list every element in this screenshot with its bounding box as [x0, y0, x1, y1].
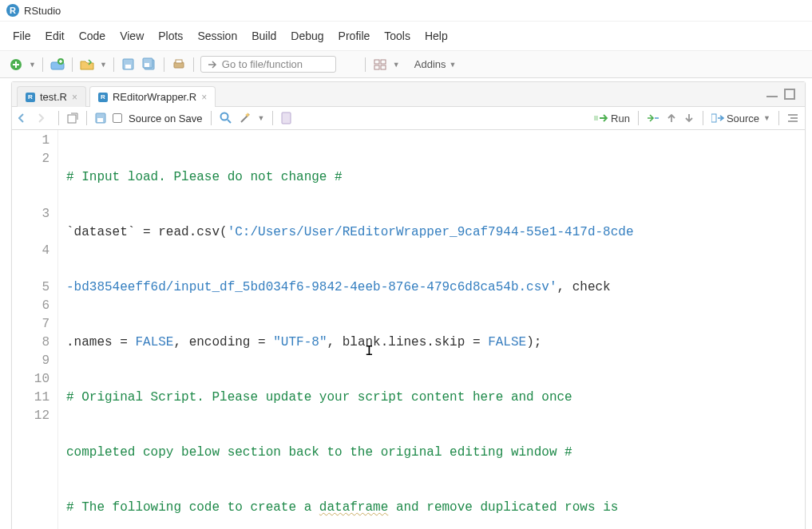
app-title: RStudio [24, 5, 61, 17]
maximize-icon[interactable] [784, 89, 795, 100]
text-cursor-icon: I [365, 342, 374, 361]
svg-rect-20 [282, 113, 291, 124]
svg-rect-11 [381, 60, 386, 64]
main-toolbar: ▼ ▼ Go to file/function ▼ Addins▼ [0, 51, 812, 78]
svg-rect-7 [145, 63, 149, 67]
dropdown-icon[interactable]: ▼ [100, 61, 107, 69]
wand-icon[interactable] [239, 112, 252, 124]
svg-rect-13 [381, 65, 386, 69]
menu-file[interactable]: File [13, 30, 31, 42]
grid-icon[interactable] [372, 57, 388, 73]
svg-rect-18 [97, 118, 103, 122]
minimize-icon[interactable] [766, 90, 779, 98]
r-file-icon: R [26, 93, 35, 102]
tab-label: test.R [40, 91, 67, 103]
show-in-new-window-icon[interactable] [67, 113, 78, 124]
source-on-save-label: Source on Save [129, 113, 203, 124]
close-icon[interactable]: × [72, 92, 77, 103]
rerun-icon[interactable] [647, 113, 660, 123]
close-icon[interactable]: × [201, 92, 207, 103]
menu-profile[interactable]: Profile [339, 30, 370, 42]
source-panel: R test.R × R REditorWrapper.R × Source o… [11, 81, 806, 529]
menu-tools[interactable]: Tools [384, 30, 410, 42]
tab-reditorwrapper-r[interactable]: R REditorWrapper.R × [89, 86, 216, 107]
svg-rect-21 [594, 116, 598, 120]
new-project-icon[interactable] [50, 57, 65, 73]
menu-code[interactable]: Code [79, 30, 105, 42]
svg-rect-22 [711, 114, 716, 122]
svg-rect-12 [374, 65, 379, 69]
new-file-icon[interactable] [8, 57, 24, 73]
menubar: File Edit Code View Plots Session Build … [0, 22, 812, 51]
menu-help[interactable]: Help [425, 30, 448, 42]
menu-plots[interactable]: Plots [158, 30, 183, 42]
source-button[interactable]: Source ▼ [711, 113, 770, 124]
svg-rect-4 [125, 65, 131, 69]
back-icon[interactable] [18, 113, 31, 123]
tab-test-r[interactable]: R test.R × [17, 86, 86, 107]
save-all-icon[interactable] [141, 57, 157, 73]
svg-rect-9 [176, 60, 182, 63]
dropdown-icon[interactable]: ▼ [393, 61, 400, 69]
r-file-icon: R [98, 93, 108, 102]
run-button[interactable]: Run [594, 113, 630, 124]
line-gutter: 12 34 5678 9101112 [12, 130, 58, 529]
menu-view[interactable]: View [120, 30, 144, 42]
app-icon: R [6, 4, 19, 17]
source-on-save-checkbox[interactable] [113, 113, 122, 123]
addins-menu[interactable]: Addins▼ [414, 58, 457, 70]
svg-rect-14 [766, 96, 778, 97]
outline-icon[interactable] [787, 113, 798, 123]
code-content[interactable]: # Input load. Please do not change # `da… [58, 130, 805, 529]
save-icon[interactable] [121, 57, 137, 73]
down-icon[interactable] [683, 113, 695, 124]
find-icon[interactable] [220, 112, 232, 124]
print-icon[interactable] [171, 57, 187, 73]
forward-icon[interactable] [38, 113, 50, 123]
svg-rect-10 [374, 60, 379, 64]
menu-build[interactable]: Build [252, 30, 276, 42]
menu-debug[interactable]: Debug [291, 30, 323, 42]
save-icon[interactable] [95, 113, 106, 124]
dropdown-icon[interactable]: ▼ [29, 61, 36, 69]
tab-label: REditorWrapper.R [113, 91, 196, 103]
code-editor[interactable]: 12 34 5678 9101112 # Input load. Please … [12, 130, 805, 529]
goto-placeholder: Go to file/function [222, 58, 303, 70]
svg-rect-16 [68, 115, 76, 123]
open-file-icon[interactable] [79, 57, 95, 73]
menu-session[interactable]: Session [197, 30, 237, 42]
menu-edit[interactable]: Edit [46, 30, 65, 42]
svg-point-19 [220, 113, 228, 120]
goto-arrow-icon [208, 60, 217, 69]
dropdown-icon[interactable]: ▼ [258, 114, 265, 122]
up-icon[interactable] [666, 113, 677, 124]
goto-file-input[interactable]: Go to file/function [200, 56, 336, 73]
notebook-icon[interactable] [281, 112, 291, 124]
svg-rect-15 [785, 89, 794, 99]
